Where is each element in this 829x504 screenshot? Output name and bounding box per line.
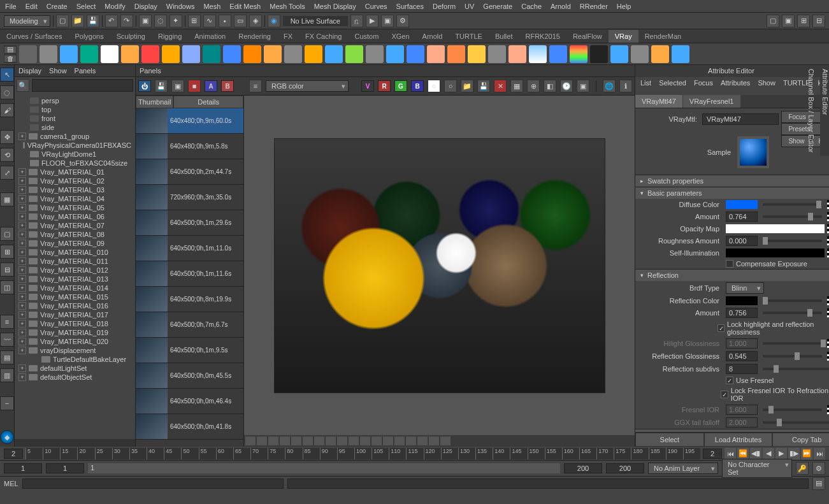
menu-deform[interactable]: Deform	[433, 3, 456, 10]
render-compare-icon[interactable]: ◧	[544, 80, 556, 92]
render-history-item[interactable]: 640x500;0h,1m,9.5s	[136, 338, 243, 363]
menu-edit[interactable]: Edit	[25, 3, 38, 10]
expand-icon[interactable]: +	[18, 364, 26, 372]
shelf-icon-13[interactable]	[284, 45, 302, 63]
shelf-icon-3[interactable]	[80, 45, 98, 63]
menu-mesh[interactable]: Mesh	[203, 3, 220, 10]
render-history-item[interactable]: 640x500;0h,2m,44.7s	[136, 159, 243, 185]
autokey-icon[interactable]: 🔑	[796, 462, 809, 475]
outliner-search-input[interactable]	[32, 79, 133, 92]
shelf-icon-26[interactable]	[549, 45, 567, 63]
character-set-dropdown[interactable]: No Character Set	[722, 459, 792, 478]
expand-icon[interactable]: +	[18, 186, 26, 194]
goto-start-icon[interactable]: ⏮	[724, 448, 736, 459]
menu-rrender[interactable]: RRender	[580, 3, 608, 10]
menu-uv[interactable]: UV	[465, 3, 474, 10]
vp-icon-18[interactable]	[440, 436, 451, 445]
vp-icon-9[interactable]	[337, 436, 347, 445]
step-fwd-key-icon[interactable]: ⏩	[801, 448, 812, 459]
outliner-item[interactable]: +Vray_MATERIAL_010	[17, 248, 133, 257]
outliner-item[interactable]: +vrayDisplacement	[17, 346, 133, 355]
undo-icon[interactable]: ↶	[105, 15, 118, 27]
diffuse-amount-input[interactable]	[726, 212, 758, 222]
outliner-item[interactable]: +Vray_MATERIAL_08	[17, 230, 133, 239]
render-info-icon[interactable]: ℹ	[619, 80, 632, 92]
outliner-item[interactable]: persp	[17, 96, 133, 105]
render-snapshot-icon[interactable]: ▣	[171, 80, 184, 92]
vp-icon-5[interactable]	[291, 436, 301, 445]
roughness-input[interactable]	[726, 236, 758, 246]
brdf-dropdown[interactable]: Blinn	[726, 282, 764, 294]
outliner-item[interactable]: +Vray_MATERIAL_02	[17, 176, 133, 185]
section-basic-parameters[interactable]: Basic parameters	[635, 187, 829, 199]
range-end-input[interactable]	[606, 463, 644, 473]
shelf-tab-animation[interactable]: Animation	[188, 30, 232, 43]
minus-icon[interactable]: −	[0, 396, 14, 410]
refl-color-slider[interactable]	[763, 299, 822, 302]
outliner-tree[interactable]: persptopfrontside+camera1_groupVRayPhysi…	[15, 94, 135, 439]
ae-node-name-input[interactable]	[702, 113, 779, 125]
vp-icon-1[interactable]	[245, 436, 256, 445]
outliner-item[interactable]: +Vray_MATERIAL_01	[17, 168, 133, 176]
shelf-tab-arnold[interactable]: Arnold	[416, 30, 449, 43]
side-tab-ae[interactable]: Attribute Editor	[821, 69, 829, 152]
outliner-item[interactable]: +Vray_MATERIAL_015	[17, 292, 133, 301]
shelf-icon-22[interactable]	[468, 45, 486, 63]
panel-icon[interactable]: ▤	[0, 350, 14, 364]
render-delete-icon[interactable]: ✕	[494, 80, 507, 92]
outliner-scrollbar-h[interactable]	[15, 439, 135, 447]
layout-4-icon[interactable]: ⊟	[812, 15, 825, 27]
self-illum-swatch[interactable]	[726, 248, 825, 257]
expand-icon[interactable]: +	[18, 347, 26, 354]
amount-slider[interactable]	[763, 215, 822, 218]
outliner-item[interactable]: +Vray_MATERIAL_013	[17, 275, 133, 284]
vp-icon-15[interactable]	[406, 436, 416, 445]
outliner-menu-display[interactable]: Display	[18, 67, 41, 75]
outliner-menu-panels[interactable]: Panels	[75, 67, 96, 75]
outliner-item[interactable]: +Vray_MATERIAL_016	[17, 301, 133, 310]
workspace-dropdown[interactable]: Modeling	[4, 15, 50, 27]
refl-gloss-slider[interactable]	[763, 355, 822, 357]
expand-icon[interactable]: +	[18, 266, 26, 274]
step-back-icon[interactable]: ◀▮	[750, 448, 761, 459]
refl-amount-input[interactable]	[726, 308, 758, 318]
shelf-icon-1[interactable]	[40, 45, 57, 63]
timeline-ruler[interactable]: 5101520253035404550556065707580859095100…	[25, 448, 700, 459]
opacity-swatch[interactable]	[726, 224, 825, 233]
lock-ior-checkbox[interactable]	[721, 391, 728, 398]
new-scene-icon[interactable]: ▢	[56, 15, 69, 27]
section-anisotropy[interactable]: Anisotropy	[635, 429, 829, 432]
expand-icon[interactable]: +	[18, 231, 26, 238]
outliner-item[interactable]: +Vray_MATERIAL_012	[17, 266, 133, 275]
expand-icon[interactable]: +	[18, 168, 26, 176]
shelf-tab-xgen[interactable]: XGen	[385, 30, 415, 43]
section-swatch-properties[interactable]: Swatch properties	[635, 175, 829, 187]
outliner-search-icon[interactable]: 🔍	[17, 79, 29, 92]
shelf-icon-10[interactable]	[223, 45, 241, 63]
mel-input[interactable]	[22, 479, 284, 489]
channel-r-icon[interactable]: R	[378, 80, 391, 92]
outliner-item[interactable]: +Vray_MATERIAL_03	[17, 185, 133, 194]
colorspace-dropdown[interactable]: RGB color	[266, 80, 349, 92]
expand-icon[interactable]: +	[18, 133, 26, 140]
render-history-item[interactable]: 640x480;0h,9m,60.0s	[136, 108, 243, 134]
vp-icon-8[interactable]	[326, 436, 336, 445]
ae-menu-show[interactable]: Show	[758, 79, 775, 87]
ae-copy-tab-button[interactable]: Copy Tab	[772, 433, 829, 447]
construction-history-icon[interactable]: ⎌	[350, 15, 363, 27]
render-history-item[interactable]: 640x500;0h,0m,41.8s	[136, 414, 243, 440]
outliner-item[interactable]: +Vray_MATERIAL_011	[17, 257, 133, 266]
outliner-item[interactable]: +Vray_MATERIAL_020	[17, 337, 133, 346]
range-out-input[interactable]	[564, 463, 602, 473]
render-history-item[interactable]: 720x960;0h,3m,35.0s	[136, 185, 243, 210]
menu-modify[interactable]: Modify	[105, 3, 125, 10]
shelf-tab-renderman[interactable]: RenderMan	[638, 30, 688, 43]
menu-file[interactable]: File	[5, 3, 17, 10]
outliner-menu-show[interactable]: Show	[49, 67, 67, 75]
vp-icon-16[interactable]	[417, 436, 428, 445]
render-a-icon[interactable]: A	[205, 80, 217, 92]
channel-b-icon[interactable]: B	[411, 80, 424, 92]
channel-white-icon[interactable]: ○	[428, 80, 440, 92]
menu-generate[interactable]: Generate	[483, 3, 512, 10]
list-icon[interactable]: ≡	[249, 80, 262, 92]
